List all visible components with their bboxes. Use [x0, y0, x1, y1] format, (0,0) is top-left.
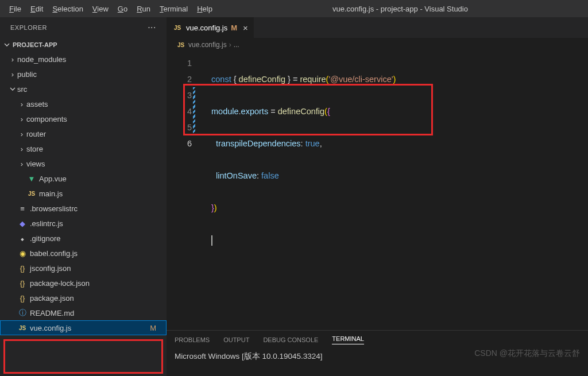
modified-badge: M — [231, 24, 237, 32]
panel-tab-output[interactable]: OUTPUT — [223, 336, 249, 343]
file-vue-config[interactable]: JSvue.config.jsM — [0, 320, 167, 335]
js-icon: JS — [176, 42, 186, 48]
file-eslintrc[interactable]: ◆.eslintrc.js — [0, 216, 167, 231]
folder-router[interactable]: ›router — [0, 126, 167, 141]
explorer-title: EXPLORER — [10, 24, 47, 31]
file-gitignore[interactable]: ⬥.gitignore — [0, 231, 167, 246]
modified-badge: M — [150, 324, 156, 332]
json-icon: {} — [17, 294, 28, 303]
menu-terminal[interactable]: Terminal — [155, 0, 192, 17]
folder-assets[interactable]: ›assets — [0, 96, 167, 111]
folder-views[interactable]: ›views — [0, 156, 167, 171]
explorer-sidebar: EXPLORER ··· PROJECT-APP ›node_modules ›… — [0, 17, 167, 376]
file-package-json[interactable]: {}package.json — [0, 290, 167, 305]
menu-file[interactable]: File — [5, 0, 26, 17]
breadcrumb-file: vue.config.js — [188, 41, 227, 49]
panel-tab-terminal[interactable]: TERMINAL — [332, 335, 364, 344]
code-content: const { defineConfig } = require('@vue/c… — [211, 55, 396, 280]
menu-help[interactable]: Help — [192, 0, 217, 17]
js-icon: JS — [26, 191, 37, 197]
file-package-lock[interactable]: {}package-lock.json — [0, 276, 167, 290]
json-icon: {} — [17, 279, 28, 288]
menu-selection[interactable]: Selection — [48, 0, 87, 17]
chevron-down-icon — [2, 40, 11, 49]
file-babel-config[interactable]: ◉babel.config.js — [0, 246, 167, 261]
file-jsconfig[interactable]: {}jsconfig.json — [0, 261, 167, 276]
babel-icon: ◉ — [17, 249, 28, 258]
folder-store[interactable]: ›store — [0, 141, 167, 156]
line-gutter: 1 2 3 4 5 6 — [167, 55, 202, 152]
project-header[interactable]: PROJECT-APP — [0, 38, 167, 52]
annotation-box — [3, 339, 163, 374]
breadcrumb[interactable]: JS vue.config.js › ... — [167, 38, 588, 52]
folder-public[interactable]: ›public — [0, 67, 167, 82]
code-editor[interactable]: 1 2 3 4 5 6 const { defineConfig } = req… — [167, 52, 588, 330]
menu-go[interactable]: Go — [113, 0, 132, 17]
info-icon: ⓘ — [17, 308, 28, 318]
folder-node-modules[interactable]: ›node_modules — [0, 52, 167, 67]
terminal-line: Microsoft Windows [版本 10.0.19045.3324] — [175, 351, 580, 362]
editor-area: JS vue.config.js M × JS vue.config.js › … — [167, 17, 588, 376]
close-icon[interactable]: × — [243, 23, 248, 33]
chevron-right-icon: › — [229, 41, 231, 49]
tab-label: vue.config.js — [186, 24, 227, 32]
file-browserslistrc[interactable]: ≡.browserslistrc — [0, 201, 167, 216]
text-cursor — [211, 235, 212, 246]
file-readme[interactable]: ⓘREADME.md — [0, 305, 167, 320]
bottom-panel: PROBLEMS OUTPUT DEBUG CONSOLE TERMINAL M… — [167, 330, 588, 376]
more-actions-icon[interactable]: ··· — [148, 22, 156, 33]
tab-vue-config[interactable]: JS vue.config.js M × — [167, 17, 254, 38]
menu-view[interactable]: View — [88, 0, 113, 17]
folder-components[interactable]: ›components — [0, 111, 167, 126]
menu-bar: File Edit Selection View Go Run Terminal… — [0, 0, 588, 17]
panel-tab-debug-console[interactable]: DEBUG CONSOLE — [263, 336, 318, 343]
js-icon: JS — [172, 25, 183, 31]
eslint-icon: ◆ — [17, 219, 28, 228]
menu-edit[interactable]: Edit — [26, 0, 48, 17]
json-icon: {} — [17, 264, 28, 273]
file-main-js[interactable]: JSmain.js — [0, 186, 167, 201]
window-title: vue.config.js - project-app - Visual Stu… — [217, 5, 583, 13]
chevron-down-icon — [9, 86, 16, 92]
vue-icon: ▼ — [26, 175, 37, 183]
project-name: PROJECT-APP — [13, 41, 57, 48]
file-app-vue[interactable]: ▼App.vue — [0, 171, 167, 186]
menu-run[interactable]: Run — [132, 0, 155, 17]
breadcrumb-symbol: ... — [234, 41, 239, 49]
terminal-output[interactable]: Microsoft Windows [版本 10.0.19045.3324] — [167, 349, 588, 376]
js-icon: JS — [17, 325, 28, 331]
git-icon: ⬥ — [17, 234, 28, 243]
editor-tabs: JS vue.config.js M × — [167, 17, 588, 38]
folder-src[interactable]: src — [0, 82, 167, 96]
panel-tab-problems[interactable]: PROBLEMS — [175, 336, 210, 343]
file-tree: ›node_modules ›public src ›assets ›compo… — [0, 52, 167, 336]
list-icon: ≡ — [17, 204, 28, 213]
